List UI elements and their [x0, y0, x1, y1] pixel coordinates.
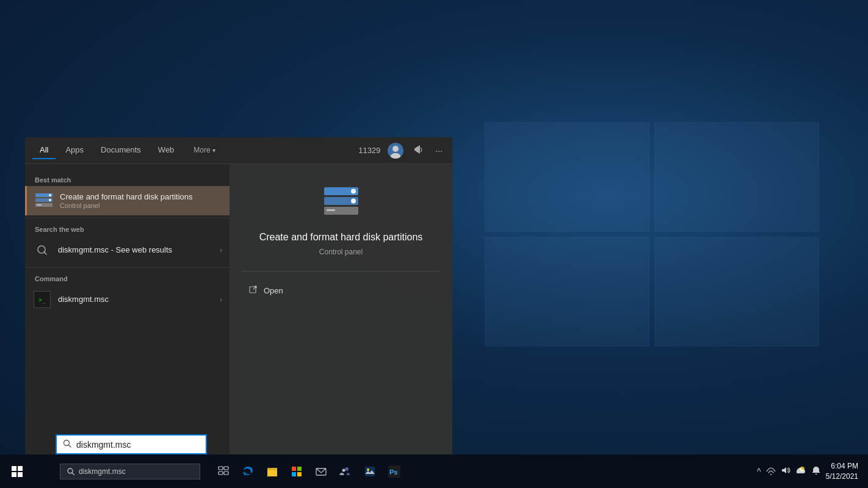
svg-rect-29: [224, 467, 228, 470]
svg-rect-30: [219, 472, 223, 475]
svg-rect-23: [18, 466, 23, 471]
right-panel: Create and format hard disk partitions C…: [230, 164, 452, 454]
clock-date: 5/12/2021: [826, 472, 858, 482]
left-panel: Best match Create and format hard disk p…: [25, 164, 230, 454]
system-clock[interactable]: 6:04 PM 5/12/2021: [826, 461, 858, 482]
svg-point-6: [49, 194, 51, 196]
web-item-text: diskmgmt.msc - See web results: [58, 245, 214, 256]
command-item-arrow: ›: [220, 295, 222, 304]
svg-rect-39: [365, 467, 375, 476]
volume-icon[interactable]: [781, 465, 790, 477]
notifications-icon[interactable]: [811, 465, 821, 477]
tab-apps[interactable]: Apps: [58, 142, 91, 159]
svg-rect-18: [327, 209, 335, 211]
disk-management-icon: [34, 191, 54, 210]
open-label: Open: [264, 286, 283, 295]
photo-viewer-icon[interactable]: [359, 461, 381, 483]
tab-all[interactable]: All: [32, 142, 56, 159]
svg-rect-34: [292, 472, 296, 476]
best-match-text: Create and format hard disk partitions C…: [60, 192, 222, 210]
svg-point-1: [392, 146, 399, 152]
svg-rect-35: [297, 472, 302, 476]
feedback-icon[interactable]: [411, 142, 425, 159]
detail-subtitle: Control panel: [319, 248, 363, 256]
divider-1: [25, 218, 230, 218]
web-item-title: diskmgmt.msc - See web results: [58, 245, 214, 256]
search-web-icon: [32, 240, 52, 260]
svg-point-17: [351, 199, 356, 204]
clock-time: 6:04 PM: [826, 461, 858, 472]
search-box-icon: [63, 439, 71, 450]
network-icon[interactable]: [766, 465, 776, 477]
web-section-label: Search the web: [25, 221, 230, 235]
svg-rect-24: [12, 472, 16, 477]
tab-bar: All Apps Documents Web More ▾ 11329: [25, 137, 452, 164]
photoshop-icon[interactable]: Ps: [383, 461, 405, 483]
command-section-label: Command: [25, 270, 230, 285]
svg-rect-25: [18, 472, 23, 477]
weather-icon[interactable]: [795, 465, 806, 477]
start-button[interactable]: [5, 454, 29, 488]
search-input-value[interactable]: diskmgmt.msc: [76, 440, 131, 450]
taskbar-search[interactable]: diskmgmt.msc: [60, 464, 200, 479]
search-box[interactable]: diskmgmt.msc: [56, 434, 207, 454]
best-match-title: Create and format hard disk partitions: [60, 192, 222, 203]
svg-rect-32: [292, 467, 296, 471]
svg-line-27: [72, 473, 74, 475]
detail-title: Create and format hard disk partitions: [259, 231, 423, 244]
svg-line-21: [69, 445, 71, 448]
command-item-title: diskmgmt.msc: [58, 295, 214, 305]
svg-rect-8: [37, 204, 42, 206]
start-menu: All Apps Documents Web More ▾ 11329: [25, 137, 452, 454]
svg-text:>_: >_: [38, 296, 46, 304]
svg-point-7: [49, 199, 51, 201]
svg-text:Ps: Ps: [389, 468, 397, 476]
svg-point-43: [770, 474, 772, 475]
tab-more[interactable]: More ▾: [186, 142, 223, 159]
open-icon: [249, 285, 259, 296]
command-icon: >_: [32, 290, 52, 309]
file-explorer-icon[interactable]: [261, 461, 283, 483]
svg-line-10: [45, 253, 47, 255]
svg-point-40: [367, 468, 369, 471]
user-avatar[interactable]: [388, 143, 403, 159]
teams-icon[interactable]: [335, 461, 356, 483]
divider-2: [25, 267, 230, 268]
svg-point-38: [342, 468, 345, 472]
best-match-subtitle: Control panel: [60, 202, 222, 209]
more-options-icon[interactable]: ···: [433, 143, 445, 158]
svg-point-16: [351, 189, 356, 194]
command-item-text: diskmgmt.msc: [58, 295, 214, 305]
svg-rect-22: [12, 466, 16, 471]
menu-body: Best match Create and format hard disk p…: [25, 164, 452, 454]
chevron-up-icon[interactable]: ^: [757, 467, 761, 476]
mail-icon[interactable]: [310, 461, 332, 483]
detail-disk-icon: [322, 182, 361, 221]
svg-rect-31: [224, 472, 228, 475]
tab-web[interactable]: Web: [151, 142, 182, 159]
svg-point-37: [345, 467, 349, 471]
tab-documents[interactable]: Documents: [93, 142, 148, 159]
detail-divider: [242, 271, 440, 271]
tab-right-actions: 11329 ···: [358, 142, 445, 159]
web-item-arrow: ›: [220, 246, 222, 254]
edge-browser-icon[interactable]: [237, 461, 259, 483]
system-tray: ^ 6: [757, 461, 863, 482]
best-match-item[interactable]: Create and format hard disk partitions C…: [25, 186, 230, 215]
search-bar-area: diskmgmt.msc: [56, 434, 207, 454]
taskbar-icons: Ps: [212, 461, 405, 483]
desktop-decoration: [485, 122, 819, 346]
best-match-label: Best match: [25, 171, 230, 186]
open-action[interactable]: Open: [242, 281, 440, 300]
web-search-item[interactable]: diskmgmt.msc - See web results ›: [25, 235, 230, 265]
taskbar: diskmgmt.msc: [0, 454, 868, 488]
store-icon[interactable]: [286, 461, 308, 483]
score-display: 11329: [358, 146, 380, 155]
taskbar-search-text: diskmgmt.msc: [79, 467, 126, 476]
svg-rect-28: [219, 467, 223, 470]
svg-rect-33: [297, 467, 302, 471]
command-item[interactable]: >_ diskmgmt.msc ›: [25, 285, 230, 314]
taskview-icon[interactable]: [212, 461, 234, 483]
